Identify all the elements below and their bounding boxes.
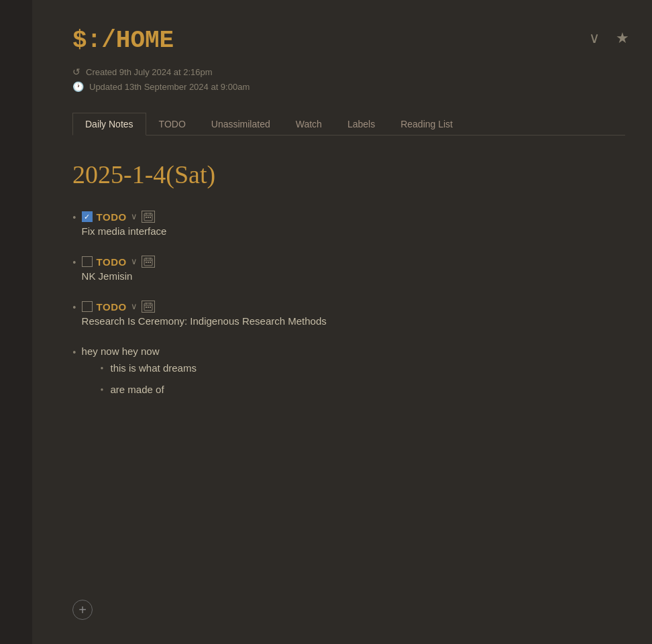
list-item: • hey now hey now • this is what dreams … xyxy=(72,345,625,405)
tab-watch[interactable]: Watch xyxy=(283,113,335,136)
svg-rect-11 xyxy=(146,262,147,263)
todo-chevron-icon[interactable]: ∨ xyxy=(131,301,138,312)
note-item-content: TODO ∨ Fix media int xyxy=(82,211,625,237)
todo-row: TODO ∨ xyxy=(82,301,625,313)
svg-rect-12 xyxy=(148,262,149,263)
calendar-icon-2[interactable] xyxy=(142,256,155,268)
sub-note-text-1: this is what dreams xyxy=(111,362,197,374)
chevron-button[interactable]: ∨ xyxy=(586,27,602,50)
note-item-content: TODO ∨ Research Is C xyxy=(82,301,625,327)
hey-now-text: hey now hey now xyxy=(82,345,197,357)
main-content: $:/HOME ↺ Created 9th July 2024 at 2:16p… xyxy=(32,0,652,644)
notes-list: • TODO ∨ xyxy=(72,211,625,405)
header-area: $:/HOME ↺ Created 9th July 2024 at 2:16p… xyxy=(72,27,625,92)
sub-note-text-2: are made of xyxy=(111,384,164,395)
svg-rect-18 xyxy=(146,307,147,308)
svg-rect-5 xyxy=(148,217,149,218)
note-item-content: TODO ∨ NK Jemisin xyxy=(82,256,625,282)
note-text-1: Fix media interface xyxy=(82,225,625,237)
bullet-dot: • xyxy=(72,303,76,313)
date-heading: 2025-1-4(Sat) xyxy=(72,160,625,189)
note-text-2: NK Jemisin xyxy=(82,270,625,282)
todo-label: TODO xyxy=(97,256,127,268)
updated-meta: 🕐 Updated 13th September 2024 at 9:00am xyxy=(72,81,625,92)
list-item: • TODO ∨ xyxy=(72,301,625,327)
svg-rect-19 xyxy=(148,307,149,308)
bullet-dot: • xyxy=(72,347,76,359)
todo-checkbox-1[interactable] xyxy=(82,211,93,222)
calendar-icon-3[interactable] xyxy=(142,301,155,313)
note-text-3: Research Is Ceremony: Indigenous Researc… xyxy=(82,315,625,327)
created-label: Created 9th July 2024 at 2:16pm xyxy=(86,67,213,77)
tab-unassimilated[interactable]: Unassimilated xyxy=(199,113,283,136)
todo-chevron-icon[interactable]: ∨ xyxy=(131,211,138,222)
updated-label: Updated 13th September 2024 at 9:00am xyxy=(89,82,250,92)
todo-row: TODO ∨ xyxy=(82,256,625,268)
svg-rect-4 xyxy=(146,217,147,218)
tabs-bar: Daily Notes TODO Unassimilated Watch Lab… xyxy=(72,112,625,136)
history-icon: ↺ xyxy=(72,66,80,77)
svg-rect-20 xyxy=(150,307,151,308)
sidebar xyxy=(0,0,32,644)
add-button[interactable]: + xyxy=(72,600,93,620)
sub-note-item: • are made of xyxy=(101,384,197,396)
calendar-icon-1[interactable] xyxy=(142,211,155,223)
bullet-dot: • xyxy=(72,213,76,223)
todo-checkbox-2[interactable] xyxy=(82,256,93,267)
svg-rect-6 xyxy=(150,217,151,218)
tab-reading-list[interactable]: Reading List xyxy=(388,113,466,136)
hey-now-content: hey now hey now • this is what dreams • … xyxy=(82,345,197,405)
page-title: $:/HOME xyxy=(72,27,625,54)
todo-chevron-icon[interactable]: ∨ xyxy=(131,256,138,267)
tab-todo[interactable]: TODO xyxy=(146,113,199,136)
todo-label: TODO xyxy=(97,211,127,223)
star-button[interactable]: ★ xyxy=(613,27,632,50)
clock-icon: 🕐 xyxy=(72,81,84,92)
todo-label: TODO xyxy=(97,301,127,313)
sub-bullet-icon: • xyxy=(101,385,104,396)
sub-notes: • this is what dreams • are made of xyxy=(101,362,197,396)
bullet-dot: • xyxy=(72,258,76,268)
sub-note-item: • this is what dreams xyxy=(101,362,197,374)
header-actions: ∨ ★ xyxy=(586,27,632,50)
tab-labels[interactable]: Labels xyxy=(335,113,388,136)
tab-daily-notes[interactable]: Daily Notes xyxy=(72,113,146,136)
todo-checkbox-3[interactable] xyxy=(82,301,93,312)
list-item: • TODO ∨ xyxy=(72,211,625,237)
list-item: • TODO ∨ xyxy=(72,256,625,282)
created-meta: ↺ Created 9th July 2024 at 2:16pm xyxy=(72,66,625,77)
todo-row: TODO ∨ xyxy=(82,211,625,223)
sub-bullet-icon: • xyxy=(101,364,104,374)
svg-rect-13 xyxy=(150,262,151,263)
